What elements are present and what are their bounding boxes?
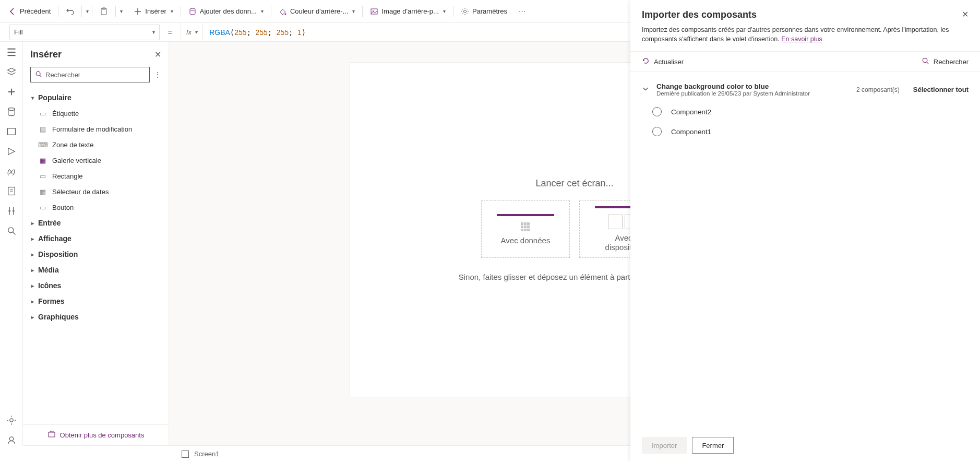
separator bbox=[115, 6, 116, 17]
formula-input[interactable]: RGBA(255; 255; 255; 1) bbox=[203, 28, 312, 37]
chevron-down-icon[interactable]: ▾ bbox=[86, 8, 89, 14]
label-icon: ▭ bbox=[39, 109, 47, 117]
layers-icon[interactable] bbox=[6, 67, 17, 77]
more-icon[interactable]: ⋮ bbox=[154, 70, 161, 79]
media-rail-icon[interactable] bbox=[6, 126, 17, 137]
insert-search-input[interactable]: Rechercher bbox=[30, 67, 150, 82]
import-button[interactable]: Importer bbox=[642, 437, 687, 454]
bg-image-button[interactable]: Image d'arrière-p... ▾ bbox=[366, 5, 449, 18]
component-row[interactable]: Component2 bbox=[642, 102, 969, 122]
flyout-body: Change background color to blue Dernière… bbox=[630, 72, 980, 429]
close-icon[interactable]: ✕ bbox=[962, 9, 969, 19]
library-name: Change background color to blue bbox=[656, 82, 849, 90]
separator bbox=[181, 6, 181, 17]
component-row[interactable]: Component1 bbox=[642, 122, 969, 141]
data-rail-icon[interactable] bbox=[6, 106, 17, 117]
canvas-prompt: Lancer cet écran... bbox=[535, 178, 613, 189]
settings-rail-icon[interactable] bbox=[6, 415, 17, 425]
plus-icon bbox=[134, 7, 142, 16]
svg-point-13 bbox=[36, 72, 40, 76]
card2-label-a: Avec bbox=[615, 233, 632, 242]
insert-button[interactable]: Insérer ▾ bbox=[129, 5, 177, 18]
item-button[interactable]: ▭Bouton bbox=[23, 199, 169, 215]
chevron-right-icon: ▸ bbox=[31, 252, 34, 257]
gallery-icon: ▦ bbox=[39, 156, 47, 164]
chevron-right-icon: ▸ bbox=[31, 220, 34, 226]
svg-point-6 bbox=[463, 10, 466, 13]
property-name: Fill bbox=[14, 28, 23, 36]
rectangle-icon: ▭ bbox=[39, 172, 47, 180]
select-all-button[interactable]: Sélectionner tout bbox=[913, 86, 969, 93]
group-icons[interactable]: ▸Icônes bbox=[23, 278, 169, 293]
insert-rail-icon[interactable] bbox=[6, 87, 17, 97]
feedback-rail-icon[interactable] bbox=[6, 435, 17, 445]
flyout-description: Importez des composants créés par d'autr… bbox=[630, 26, 980, 51]
group-layout[interactable]: ▸Disposition bbox=[23, 246, 169, 262]
overflow-button[interactable]: ⋯ bbox=[513, 5, 530, 18]
button-icon: ▭ bbox=[39, 203, 47, 211]
data-icon bbox=[188, 7, 197, 16]
item-label[interactable]: ▭Étiquette bbox=[23, 105, 169, 121]
bg-color-button[interactable]: Couleur d'arrière-... ▾ bbox=[274, 5, 360, 18]
chevron-down-icon: ▾ bbox=[261, 8, 264, 14]
group-charts[interactable]: ▸Graphiques bbox=[23, 309, 169, 325]
item-edit-form[interactable]: ▤Formulaire de modification bbox=[23, 121, 169, 137]
component-name: Component1 bbox=[671, 128, 711, 136]
get-more-components[interactable]: Obtenir plus de composants bbox=[23, 424, 169, 445]
search-rail-icon[interactable] bbox=[6, 226, 17, 236]
form-icon: ▤ bbox=[39, 125, 47, 133]
group-display[interactable]: ▸Affichage bbox=[23, 231, 169, 246]
item-rectangle[interactable]: ▭Rectangle bbox=[23, 168, 169, 184]
card1-label: Avec données bbox=[501, 236, 551, 245]
group-popular[interactable]: ▾ Populaire bbox=[23, 90, 169, 105]
component-name: Component2 bbox=[671, 108, 711, 116]
tools-rail-icon[interactable] bbox=[6, 206, 17, 216]
tree-view-icon[interactable] bbox=[6, 47, 17, 57]
search-button[interactable]: Rechercher bbox=[922, 57, 969, 66]
property-selector[interactable]: Fill ▾ bbox=[9, 25, 160, 40]
flows-rail-icon[interactable] bbox=[6, 146, 17, 157]
image-icon bbox=[370, 7, 378, 16]
add-data-label: Ajouter des donn... bbox=[200, 7, 257, 15]
separator bbox=[362, 6, 363, 17]
refresh-label: Actualiser bbox=[654, 58, 684, 66]
chevron-right-icon: ▸ bbox=[31, 267, 34, 273]
separator bbox=[126, 6, 126, 17]
flyout-header: Importer des composants ✕ bbox=[630, 0, 980, 26]
chevron-down-icon: ▾ bbox=[31, 95, 34, 101]
variables-rail-icon[interactable]: (x) bbox=[6, 166, 17, 176]
screen-name[interactable]: Screen1 bbox=[194, 450, 219, 458]
undo-button[interactable] bbox=[62, 5, 78, 18]
paste-button[interactable] bbox=[95, 5, 112, 18]
library-subtitle: Dernière publication le 26/05/23 par Sys… bbox=[656, 90, 849, 97]
flyout-toolbar: Actualiser Rechercher bbox=[630, 51, 980, 72]
close-button[interactable]: Fermer bbox=[692, 437, 734, 454]
card-with-data[interactable]: Avec données bbox=[481, 200, 570, 258]
flyout-footer: Importer Fermer bbox=[630, 429, 980, 462]
group-shapes[interactable]: ▸Formes bbox=[23, 293, 169, 309]
item-text-input[interactable]: ⌨Zone de texte bbox=[23, 137, 169, 152]
tests-rail-icon[interactable] bbox=[6, 186, 17, 196]
learn-more-link[interactable]: En savoir plus bbox=[781, 35, 822, 43]
close-icon[interactable]: ✕ bbox=[154, 50, 161, 60]
radio-unchecked-icon[interactable] bbox=[652, 107, 662, 116]
separator bbox=[271, 6, 271, 17]
fx-button[interactable]: fx ▾ bbox=[181, 23, 203, 41]
item-datepicker[interactable]: ▦Sélecteur de dates bbox=[23, 184, 169, 199]
chevron-down-icon[interactable]: ▾ bbox=[120, 8, 123, 14]
settings-button[interactable]: Paramètres bbox=[457, 5, 511, 18]
radio-unchecked-icon[interactable] bbox=[652, 127, 662, 136]
back-button[interactable]: Précédent bbox=[4, 5, 55, 18]
chevron-down-icon bbox=[642, 85, 649, 94]
add-data-button[interactable]: Ajouter des donn... ▾ bbox=[184, 5, 268, 18]
item-gallery[interactable]: ▦Galerie verticale bbox=[23, 152, 169, 168]
svg-point-11 bbox=[9, 419, 13, 422]
chevron-right-icon: ▸ bbox=[31, 299, 34, 304]
group-media[interactable]: ▸Média bbox=[23, 262, 169, 278]
search-placeholder: Rechercher bbox=[45, 71, 80, 79]
chevron-down-icon: ▾ bbox=[443, 8, 446, 14]
group-entry[interactable]: ▸Entrée bbox=[23, 215, 169, 231]
component-library-row[interactable]: Change background color to blue Dernière… bbox=[642, 77, 969, 102]
refresh-button[interactable]: Actualiser bbox=[642, 57, 684, 66]
import-components-panel: Importer des composants ✕ Importez des c… bbox=[630, 0, 980, 462]
